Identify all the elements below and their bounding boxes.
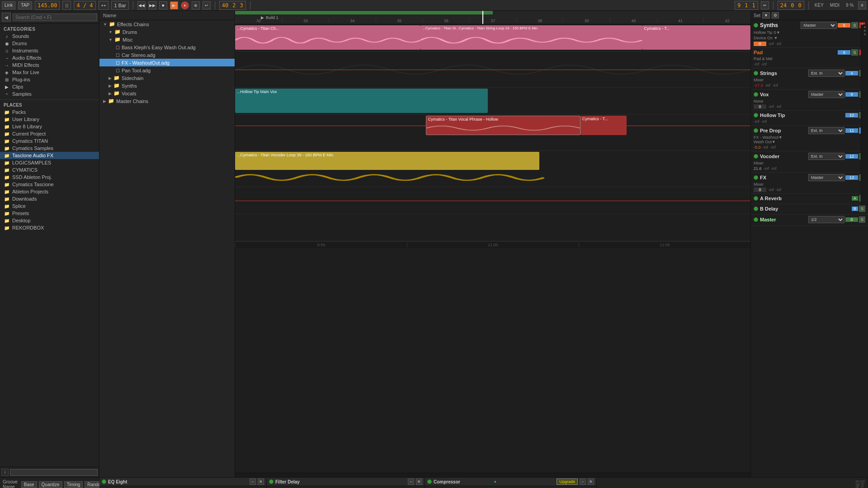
- mixer-settings-btn[interactable]: ⚙: [772, 12, 779, 19]
- place-splice[interactable]: 📁Splice: [0, 202, 99, 210]
- tree-car-stereo[interactable]: ◻ Car Stereo.adg: [99, 51, 235, 59]
- place-packs[interactable]: 📁Packs: [0, 108, 99, 116]
- hollow-on-indicator[interactable]: [754, 113, 758, 117]
- cat-samples[interactable]: ~Samples: [0, 90, 99, 98]
- eq-close-btn[interactable]: ✕: [258, 479, 264, 485]
- timeline-ruler[interactable]: ▶Build 1 32 33 34 35 36 37 38 39 40 41 4…: [235, 11, 750, 24]
- place-ableton-projects[interactable]: 📁Ableton Projects: [0, 188, 99, 195]
- clip-synths-1[interactable]: ...Cymatics - Titan Ch...: [235, 25, 420, 50]
- cat-audio-effects[interactable]: →Audio Effects: [0, 54, 99, 61]
- master-routing[interactable]: 1/2: [808, 216, 844, 223]
- browser-info-btn[interactable]: i: [1, 469, 9, 476]
- mixer-dropdown-btn[interactable]: ▼: [762, 12, 770, 19]
- tree-bass-kleph[interactable]: ◻ Bass Kleph's Easy Wash Out.adg: [99, 43, 235, 51]
- eq-on-btn[interactable]: [102, 479, 106, 484]
- vocoder-on-indicator[interactable]: [754, 154, 758, 159]
- synths-routing[interactable]: Master: [801, 22, 837, 29]
- eq-collapse-btn[interactable]: −: [250, 479, 256, 485]
- predrop-routing[interactable]: Ext. In: [808, 127, 844, 134]
- comp-upgrade-btn[interactable]: Upgrade: [557, 479, 578, 485]
- overdub-button[interactable]: ⊕: [192, 1, 200, 9]
- fd-close-btn[interactable]: ✕: [416, 479, 422, 485]
- play-button[interactable]: ▶: [170, 1, 178, 9]
- place-downloads[interactable]: 📁Downloads: [0, 195, 99, 202]
- tree-synths[interactable]: ▶ 📁 Synths: [99, 82, 235, 89]
- hamburger-menu[interactable]: ≡: [858, 1, 866, 9]
- tree-fx-washout[interactable]: ◻ FX - WashoutOut.adg: [99, 59, 235, 66]
- bdelay-on-indicator[interactable]: [754, 206, 758, 211]
- cat-instruments[interactable]: ♫Instruments: [0, 47, 99, 54]
- cat-drums[interactable]: ◉Drums: [0, 40, 99, 47]
- cat-clips[interactable]: ▶Clips: [0, 83, 99, 90]
- tracks-scrollbar[interactable]: [235, 473, 750, 477]
- fx-routing[interactable]: Master: [808, 174, 844, 181]
- pencil-tool[interactable]: ✏: [761, 1, 769, 9]
- loop-length-display[interactable]: 1 Bar: [111, 1, 128, 10]
- browser-path-input[interactable]: [10, 469, 98, 476]
- place-desktop[interactable]: 📁Desktop: [0, 217, 99, 224]
- place-live8[interactable]: 📁Live 8 Library: [0, 123, 99, 130]
- groove-base-btn[interactable]: Base: [21, 481, 37, 488]
- clip-synths-3[interactable]: Cymatics - T...: [642, 25, 750, 50]
- time-sig-display[interactable]: 4 / 4: [74, 1, 95, 10]
- place-rekordbox[interactable]: 📁REKORDBOX: [0, 224, 99, 231]
- place-logicsamples[interactable]: 📁LOGICSAMPLES: [0, 159, 99, 166]
- loop-display[interactable]: ●●: [99, 1, 109, 10]
- tree-pan-tool[interactable]: ◻ Pan Tool.adg: [99, 66, 235, 74]
- place-cymatics-titan[interactable]: 📁Cymatics TITAN: [0, 137, 99, 145]
- place-cymatics[interactable]: 📁CYMATICS: [0, 166, 99, 174]
- synths-on-indicator[interactable]: [754, 23, 758, 28]
- cat-sounds[interactable]: ♪Sounds: [0, 33, 99, 40]
- tree-vocals[interactable]: ▶ 📁 Vocals: [99, 89, 235, 97]
- place-ssd[interactable]: 📁SSD Ableton Proj.: [0, 174, 99, 181]
- fx-on-indicator[interactable]: [754, 175, 758, 180]
- playhead[interactable]: [482, 11, 483, 24]
- synths-s-btn[interactable]: S: [851, 22, 858, 28]
- tree-drums[interactable]: ▼ 📁 Drums: [99, 28, 235, 36]
- search-input[interactable]: [13, 14, 97, 21]
- clip-hollow-1[interactable]: Cymatics - Titan Vocal Phrase - Hollow: [426, 116, 580, 135]
- master-on-indicator[interactable]: [754, 217, 758, 222]
- fd-collapse-btn[interactable]: −: [408, 479, 414, 485]
- comp-on-btn[interactable]: [427, 479, 432, 484]
- metro-button[interactable]: ↩: [203, 1, 211, 9]
- comp-close-btn[interactable]: ✕: [588, 479, 594, 485]
- position-display[interactable]: 40 . 2 . 3: [219, 1, 246, 10]
- reverb-on-indicator[interactable]: [754, 196, 758, 201]
- cat-max-live[interactable]: ◈Max for Live: [0, 69, 99, 76]
- bdelay-s-btn[interactable]: S: [859, 206, 865, 212]
- master-s-btn[interactable]: S: [859, 216, 865, 223]
- filter-delay-on-btn[interactable]: [269, 479, 274, 484]
- tree-misc[interactable]: ▼ 📁 Misc: [99, 36, 235, 43]
- vocoder-routing[interactable]: Ext. In: [808, 153, 844, 160]
- tree-master-chains[interactable]: ▶ 📁 Master Chains: [99, 97, 235, 105]
- forward-button[interactable]: ▶▶: [148, 1, 156, 9]
- place-tasclone[interactable]: 📁Tasclone Audio FX: [0, 152, 99, 159]
- strings-routing[interactable]: Ext. In: [808, 70, 844, 77]
- back-button[interactable]: ◀◀: [137, 1, 146, 9]
- comp-collapse-btn[interactable]: −: [580, 479, 586, 485]
- clip-vox-1[interactable]: ...Hollow Tip Main Vox: [235, 89, 488, 113]
- tree-effects-chains[interactable]: ▼ 📁 Effects Chains: [99, 20, 235, 28]
- groove-timing-btn[interactable]: Timing: [64, 481, 83, 488]
- tree-sidechain[interactable]: ▶ 📁 Sidechain: [99, 74, 235, 82]
- stop-button[interactable]: ■: [159, 1, 167, 9]
- vox-on-indicator[interactable]: [754, 92, 758, 97]
- tempo-display[interactable]: 145.00: [35, 1, 60, 10]
- place-current-project[interactable]: 📁Current Project: [0, 130, 99, 137]
- browser-back[interactable]: ◀: [2, 13, 11, 22]
- predrop-on-indicator[interactable]: [754, 128, 758, 133]
- place-user-library[interactable]: 📁User Library: [0, 116, 99, 123]
- clip-hollow-2[interactable]: Cymatics - T...: [580, 116, 627, 135]
- pad-s-btn[interactable]: S: [851, 49, 858, 56]
- link-button[interactable]: Link: [2, 1, 15, 9]
- clip-vocoder-1[interactable]: ...Cymatics - Titan Vocoder Loop 39 - 16…: [235, 152, 539, 170]
- record-button[interactable]: ●: [181, 1, 189, 9]
- vox-routing[interactable]: Master: [808, 91, 844, 98]
- clip-synths-2[interactable]: ...Cymatics - Titan St...Cymatics - Tita…: [420, 25, 642, 50]
- groove-quantize-btn[interactable]: Quantize: [39, 481, 62, 488]
- cat-midi-effects[interactable]: →MIDI Effects: [0, 61, 99, 69]
- tap-button[interactable]: TAP: [18, 1, 32, 9]
- place-cymatics-tascione[interactable]: 📁Cymatics Tascione: [0, 181, 99, 188]
- place-presets[interactable]: 📁Presets: [0, 210, 99, 217]
